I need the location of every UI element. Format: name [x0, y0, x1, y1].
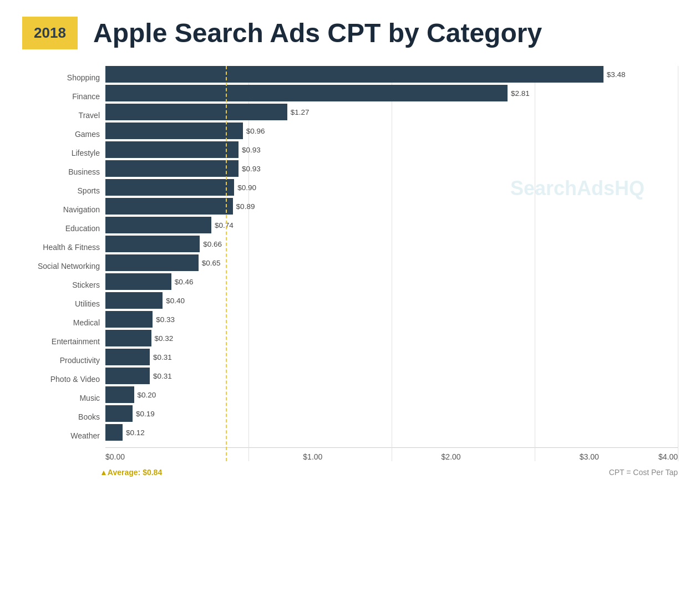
- bar-row: $0.89: [105, 198, 678, 215]
- bar-value-label: $2.81: [511, 89, 530, 98]
- bar-value-label: $0.32: [155, 334, 174, 343]
- y-labels-column: ShoppingFinanceTravelGamesLifestyleBusin…: [22, 66, 105, 461]
- avg-label: ▲Average: $0.84: [100, 468, 162, 477]
- bar-value-label: $3.48: [607, 70, 626, 79]
- y-label: Weather: [22, 426, 100, 445]
- bar-row: $2.81: [105, 85, 678, 101]
- bar-row: $0.74: [105, 217, 678, 233]
- y-label: Productivity: [22, 351, 100, 370]
- bar-row: $0.93: [105, 160, 678, 177]
- grid-line: [678, 66, 678, 461]
- bar-row: $0.66: [105, 236, 678, 252]
- y-label: Navigation: [22, 200, 100, 219]
- bar-value-label: $0.65: [202, 259, 221, 267]
- bar-value-label: $0.12: [126, 429, 145, 437]
- y-label: Sports: [22, 181, 100, 200]
- bars-rows: $3.48$2.81$1.27$0.96$0.93$0.93$0.90$0.89…: [105, 66, 678, 443]
- bar-value-label: $0.90: [237, 183, 256, 192]
- bar-row: $3.48: [105, 66, 678, 83]
- bar-value-label: $0.93: [242, 165, 261, 173]
- bar-row: $0.31: [105, 349, 678, 365]
- bar: [105, 85, 508, 101]
- bar-value-label: $0.40: [166, 297, 185, 305]
- bar-row: $0.90: [105, 179, 678, 196]
- bar-row: $0.19: [105, 405, 678, 422]
- y-label: Health & Fitness: [22, 238, 100, 257]
- y-label: Lifestyle: [22, 144, 100, 162]
- bar-row: $0.20: [105, 386, 678, 403]
- bar-value-label: $0.74: [215, 221, 234, 230]
- bar: [105, 254, 199, 271]
- bar-value-label: $0.20: [138, 391, 156, 399]
- y-label: Games: [22, 125, 100, 144]
- y-label: Shopping: [22, 68, 100, 87]
- chart-body: ShoppingFinanceTravelGamesLifestyleBusin…: [22, 66, 678, 461]
- bar-value-label: $0.96: [246, 127, 265, 135]
- bar-row: $0.65: [105, 254, 678, 271]
- bar: [105, 217, 211, 233]
- chart-title: Apple Search Ads CPT by Category: [93, 18, 542, 48]
- y-label: Business: [22, 162, 100, 181]
- y-label: Utilities: [22, 294, 100, 313]
- x-axis-label: $4.00: [658, 452, 678, 461]
- x-axis-label: $1.00: [244, 452, 382, 461]
- bar: [105, 292, 163, 309]
- bar: [105, 311, 153, 328]
- bar: [105, 160, 239, 177]
- bar: [105, 424, 123, 441]
- header: 2018 Apple Search Ads CPT by Category: [22, 17, 678, 49]
- bar-value-label: $0.66: [203, 240, 222, 248]
- bar: [105, 330, 151, 346]
- y-label: Finance: [22, 87, 100, 106]
- bar-value-label: $0.93: [242, 146, 261, 154]
- x-axis: $0.00$1.00$2.00$3.00$4.00: [105, 447, 678, 461]
- avg-line: [226, 66, 227, 461]
- y-label: Social Networking: [22, 257, 100, 276]
- bar-row: $0.40: [105, 292, 678, 309]
- bar: [105, 198, 233, 215]
- y-label: Medical: [22, 313, 100, 332]
- bar-value-label: $0.31: [153, 353, 172, 361]
- bar: [105, 368, 150, 384]
- bar: [105, 66, 603, 83]
- bars-area: $3.48$2.81$1.27$0.96$0.93$0.93$0.90$0.89…: [105, 66, 678, 461]
- bar: [105, 405, 133, 422]
- y-label: Photo & Video: [22, 370, 100, 389]
- bar-value-label: $0.46: [175, 278, 194, 286]
- footer-row: ▲Average: $0.84 CPT = Cost Per Tap: [22, 468, 678, 477]
- bar: [105, 349, 150, 365]
- y-label: Education: [22, 219, 100, 238]
- bar: [105, 386, 134, 403]
- x-axis-label: $3.00: [520, 452, 658, 461]
- bar-row: $0.96: [105, 123, 678, 139]
- bar: [105, 123, 243, 139]
- y-label: Books: [22, 407, 100, 426]
- bar-value-label: $0.89: [236, 202, 255, 211]
- bar-row: $0.46: [105, 273, 678, 290]
- bar-row: $0.12: [105, 424, 678, 441]
- y-label: Travel: [22, 106, 100, 125]
- bar: [105, 141, 239, 158]
- cpt-note: CPT = Cost Per Tap: [609, 468, 678, 477]
- bar-row: $0.93: [105, 141, 678, 158]
- bar-row: $0.31: [105, 368, 678, 384]
- bar: [105, 236, 200, 252]
- bar-row: $0.32: [105, 330, 678, 346]
- bar-value-label: $0.19: [136, 410, 155, 418]
- bar: [105, 104, 287, 120]
- bar-value-label: $1.27: [291, 108, 310, 116]
- bar: [105, 179, 234, 196]
- bar: [105, 273, 171, 290]
- x-axis-label: $2.00: [382, 452, 520, 461]
- y-label: Stickers: [22, 276, 100, 294]
- bar-value-label: $0.31: [153, 372, 172, 380]
- x-axis-label: $0.00: [105, 452, 244, 461]
- year-badge: 2018: [22, 17, 78, 49]
- bar-row: $1.27: [105, 104, 678, 120]
- page-container: 2018 Apple Search Ads CPT by Category Se…: [22, 17, 678, 477]
- y-label: Music: [22, 389, 100, 407]
- bar-value-label: $0.33: [156, 315, 175, 324]
- bar-row: $0.33: [105, 311, 678, 328]
- y-label: Entertainment: [22, 332, 100, 351]
